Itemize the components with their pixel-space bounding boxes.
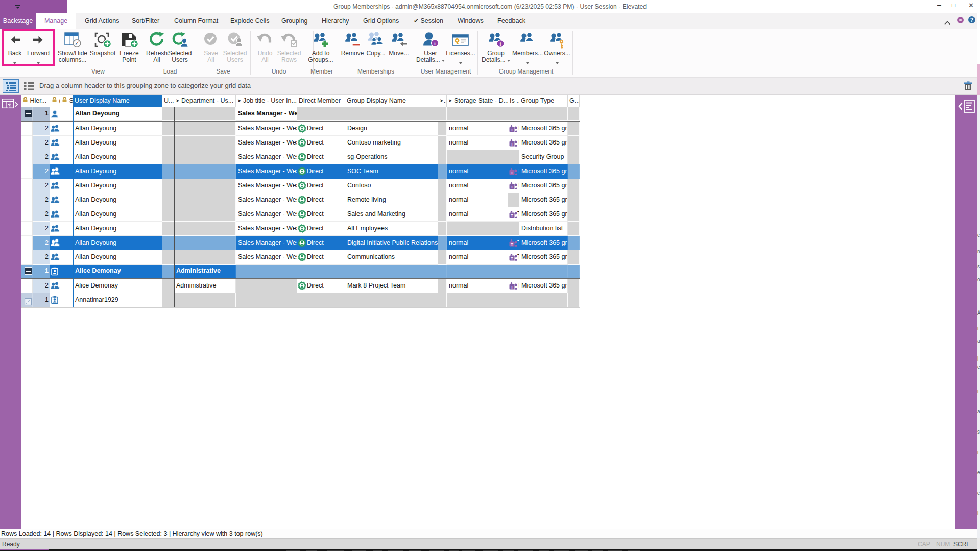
svg-text:i: i (500, 41, 501, 47)
svg-text:T: T (511, 213, 513, 218)
svg-text:T: T (511, 242, 513, 247)
svg-text:T: T (511, 185, 513, 189)
svg-text:T: T (511, 142, 513, 147)
svg-text:T: T (511, 256, 513, 261)
svg-text:T: T (511, 128, 513, 132)
svg-text:T: T (511, 285, 513, 290)
svg-text:T: T (511, 171, 513, 175)
svg-text:i: i (434, 41, 436, 46)
